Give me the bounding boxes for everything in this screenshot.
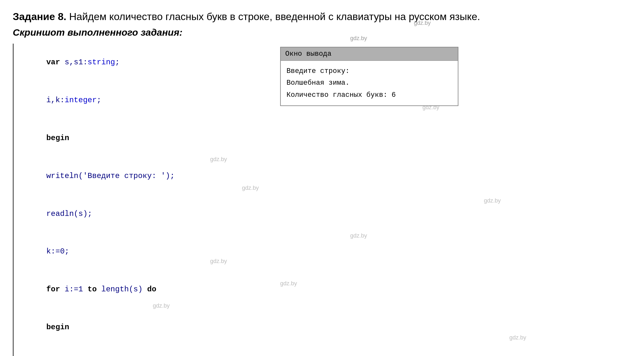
watermark-8: gdz.by <box>280 280 297 287</box>
output-titlebar: Окно вывода <box>281 47 458 61</box>
screenshot-label: Скриншот выполненного задания: <box>13 27 631 38</box>
watermark-10: gdz.by <box>509 334 526 341</box>
code-line-2: i,k:integer; <box>19 82 261 119</box>
output-window: Окно вывода Введите строку: Волшебная зи… <box>280 47 458 106</box>
watermark-3: gdz.by <box>210 156 227 163</box>
watermark-4: gdz.by <box>242 185 259 191</box>
code-line-3: begin <box>19 119 261 157</box>
watermark-2: gdz.by <box>350 35 367 42</box>
output-line-1: Введите строку: <box>287 65 452 77</box>
code-line-9: if s[i] in ['А','а','е','Е','ё','Ё','и',… <box>19 346 261 356</box>
code-panel: gdz.by var s,s1:string; i,k:integer; beg… <box>13 44 261 356</box>
watermark-5: gdz.by <box>484 197 501 204</box>
output-body: Введите строку: Волшебная зима. Количест… <box>281 61 458 105</box>
output-panel: Окно вывода Введите строку: Волшебная зи… <box>280 47 458 106</box>
watermark-6: gdz.by <box>350 232 367 239</box>
code-line-1: var s,s1:string; <box>19 44 261 82</box>
watermark-9: gdz.by <box>153 303 170 309</box>
code-line-7: for i:=1 to length(s) do <box>19 270 261 308</box>
code-line-6: k:=0; <box>19 233 261 271</box>
code-line-5: readln(s); <box>19 195 261 233</box>
output-line-2: Волшебная зима. <box>287 77 452 89</box>
watermark-7: gdz.by <box>210 258 227 265</box>
watermark-1: gdz.by <box>414 20 431 26</box>
output-line-3: Количество гласных букв: 6 <box>287 89 452 101</box>
page-title: Задание 8. Найдем количество гласных бук… <box>13 10 631 24</box>
code-line-8: begin <box>19 308 261 346</box>
watermark-code-1: gdz.by <box>422 104 439 111</box>
task-bold-label: Задание 8. <box>13 11 66 22</box>
